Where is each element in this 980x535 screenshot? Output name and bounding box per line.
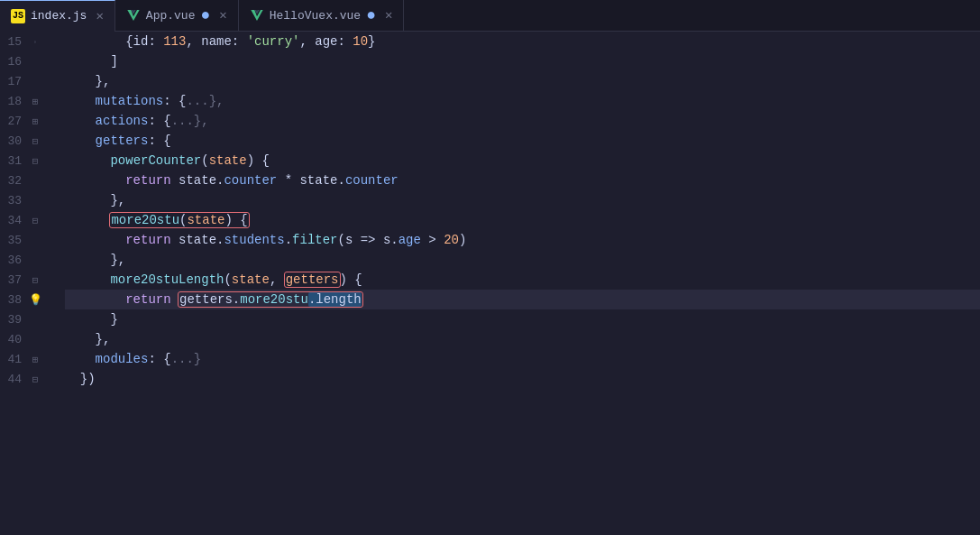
fold-indicator[interactable]	[29, 115, 41, 127]
tab-app-vue[interactable]: App.vue ● ✕	[115, 0, 239, 32]
gutter-row: 38 💡	[0, 290, 61, 309]
tab-label-index-js: index.js	[31, 9, 87, 23]
code-line-15: {id: 113, name: 'curry', age: 10}	[65, 32, 980, 51]
line-number: 33	[0, 194, 29, 208]
gutter-row: 33	[0, 190, 61, 210]
line-number: 37	[0, 273, 29, 287]
tab-label-app-vue: App.vue	[146, 9, 196, 23]
vue-icon	[126, 8, 141, 23]
vue-icon	[250, 8, 264, 23]
line-number: 15	[0, 35, 29, 49]
fold-indicator[interactable]	[29, 215, 41, 226]
line-number: 38	[0, 293, 29, 307]
line-number: 17	[0, 75, 29, 88]
fold-indicator[interactable]	[29, 36, 41, 47]
gutter-row: 39	[0, 309, 61, 329]
gutter-row: 27	[0, 111, 61, 131]
line-number: 39	[0, 313, 29, 327]
fold-indicator[interactable]	[29, 354, 41, 365]
code-line-32: return state.counter * state.counter	[65, 171, 980, 190]
lightbulb-icon[interactable]: 💡	[29, 293, 41, 307]
tab-hello-vuex[interactable]: HelloVuex.vue ● ✕	[239, 0, 405, 32]
code-line-33: },	[65, 190, 980, 210]
code-line-44: })	[65, 369, 980, 389]
code-line-39: }	[65, 309, 980, 329]
code-line-16: ]	[65, 51, 980, 71]
code-line-34: more20stu(state) {	[65, 210, 980, 230]
modified-dot: ●	[366, 7, 376, 23]
code-line-17: },	[65, 71, 980, 91]
code-line-18: mutations: {...},	[65, 91, 980, 111]
line-number: 32	[0, 174, 29, 188]
fold-indicator[interactable]	[29, 274, 41, 286]
line-number: 36	[0, 254, 29, 267]
close-icon[interactable]: ✕	[219, 9, 226, 22]
code-line-31: powerCounter(state) {	[65, 151, 980, 171]
gutter-row: 32	[0, 171, 61, 190]
code-line-30: getters: {	[65, 131, 980, 151]
editor: 15 16 17 18 27 30 31	[0, 32, 980, 535]
fold-indicator[interactable]	[29, 96, 41, 107]
gutter-row: 40	[0, 329, 61, 349]
line-number: 34	[0, 214, 29, 227]
line-number: 27	[0, 115, 29, 128]
close-icon[interactable]: ✕	[96, 10, 103, 23]
gutter-row: 37	[0, 270, 61, 290]
line-number: 35	[0, 234, 29, 247]
fold-indicator[interactable]	[29, 135, 41, 147]
line-number: 30	[0, 134, 29, 148]
fold-indicator[interactable]	[29, 155, 41, 167]
line-number: 18	[0, 95, 29, 108]
code-line-38: return getters.more20stu.length	[65, 290, 980, 309]
gutter-row: 16	[0, 51, 61, 71]
code-line-27: actions: {...},	[65, 111, 980, 131]
code-line-40: },	[65, 329, 980, 349]
gutter-row: 41	[0, 349, 61, 369]
gutter: 15 16 17 18 27 30 31	[0, 32, 61, 535]
gutter-row: 15	[0, 32, 61, 51]
close-icon[interactable]: ✕	[385, 9, 392, 22]
gutter-row: 36	[0, 250, 61, 270]
line-number: 44	[0, 373, 29, 386]
line-number: 41	[0, 353, 29, 366]
modified-dot: ●	[200, 7, 210, 23]
tab-bar: JS index.js ✕ App.vue ● ✕ HelloVuex.vue …	[0, 0, 980, 32]
code-line-41: modules: {...}	[65, 349, 980, 369]
code-line-35: return state.students.filter(s => s.age …	[65, 230, 980, 250]
fold-indicator[interactable]	[29, 374, 41, 385]
code-area[interactable]: {id: 113, name: 'curry', age: 10} ] }, m…	[61, 32, 980, 535]
line-number: 16	[0, 55, 29, 69]
gutter-row: 44	[0, 369, 61, 389]
gutter-row: 17	[0, 71, 61, 91]
line-number: 31	[0, 154, 29, 168]
line-number: 40	[0, 333, 29, 346]
tab-label-hello-vuex: HelloVuex.vue	[270, 9, 361, 23]
tab-index-js[interactable]: JS index.js ✕	[0, 0, 115, 32]
gutter-row: 35	[0, 230, 61, 250]
gutter-row: 34	[0, 210, 61, 230]
gutter-row: 31	[0, 151, 61, 171]
gutter-row: 30	[0, 131, 61, 151]
code-line-36: },	[65, 250, 980, 270]
js-icon: JS	[11, 9, 25, 23]
code-line-37: more20stuLength(state, getters) {	[65, 270, 980, 290]
gutter-row: 18	[0, 91, 61, 111]
